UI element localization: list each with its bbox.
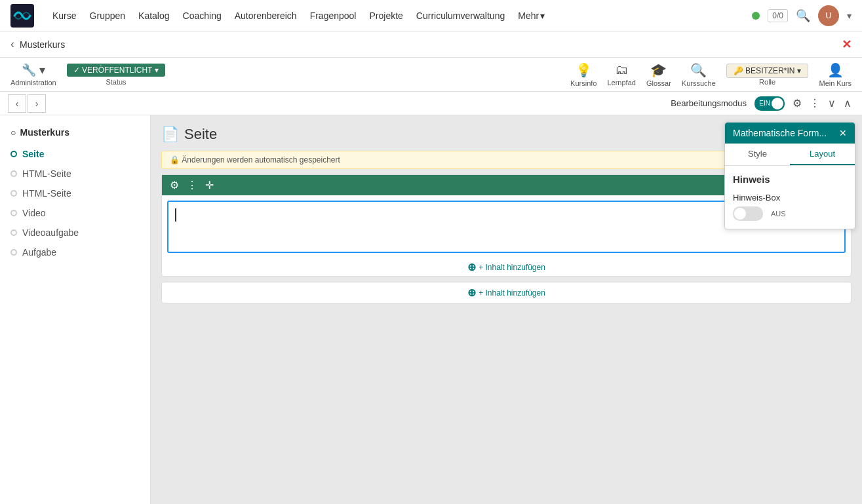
sidebar-item-seite[interactable]: Seite [0, 144, 150, 164]
sidebar-dot [10, 151, 17, 157]
breadcrumb-back[interactable]: ‹ [10, 37, 14, 51]
fp-section-title: Hinweis [733, 174, 847, 185]
search-icon[interactable]: 🔍 [796, 9, 810, 23]
fp-tab-layout[interactable]: Layout [790, 144, 855, 165]
wrench-icon: 🔧 ▾ [22, 63, 45, 77]
nav-curriculumverwaltung[interactable]: Curriculumverwaltung [411, 8, 510, 24]
edit-mode-label: Bearbeitungsmodus [671, 98, 747, 108]
plus-icon-2: ⊕ [467, 286, 476, 299]
course-icon: ○ [10, 127, 16, 138]
administration-label: Administration [10, 79, 56, 87]
nav-coaching[interactable]: Coaching [178, 8, 227, 24]
floating-panel-close[interactable]: ✕ [839, 128, 847, 138]
edit-mode-toggle[interactable]: EIN [754, 96, 785, 111]
hinweis-box-toggle[interactable] [733, 206, 763, 221]
lernpfad-button[interactable]: 🗂 Lernpfad [607, 62, 635, 87]
top-nav-right: 0/0 🔍 U ▾ [752, 5, 852, 26]
toggle-knob-inner [734, 208, 746, 220]
toolbar: 🔧 ▾ Administration ✓ VERÖFFENTLICHT ▾ St… [0, 58, 862, 92]
fp-tab-style[interactable]: Style [725, 144, 790, 165]
sidebar-course-title: ○ Musterkurs [0, 123, 150, 144]
status-dot [752, 12, 760, 20]
nav-prev[interactable]: ‹ [8, 94, 26, 113]
main-layout: ○ Musterkurs Seite HTML-Seite HTML-Seite… [0, 115, 862, 504]
page-title: Seite [184, 126, 217, 143]
user-menu-chevron[interactable]: ▾ [847, 10, 852, 21]
breadcrumb-bar: ‹ Musterkurs ✕ [0, 31, 862, 58]
more-options-btn[interactable]: ⋮ [807, 96, 823, 111]
kurssuche-button[interactable]: 🔍 Kurssuche [682, 62, 716, 87]
add-content-btn-second[interactable]: ⊕ + Inhalt hinzufügen [161, 282, 852, 303]
glossar-button[interactable]: 🎓 Glossar [646, 62, 671, 87]
toggle-knob [772, 98, 783, 109]
block-move-btn[interactable]: ✛ [203, 178, 216, 193]
avatar[interactable]: U [818, 5, 839, 26]
sidebar-item-video[interactable]: Video [0, 203, 150, 223]
settings-icon-btn[interactable]: ⚙ [790, 96, 804, 111]
floating-panel: Mathematische Form... ✕ Style Layout Hin… [724, 122, 855, 229]
mein-kurs-label: Mein Kurs [819, 79, 852, 87]
nav-next[interactable]: › [28, 94, 46, 113]
administration-menu[interactable]: 🔧 ▾ Administration [10, 63, 56, 87]
status-control: ✓ VERÖFFENTLICHT ▾ Status [67, 64, 166, 86]
kursinfo-icon: 💡 [576, 62, 592, 78]
sidebar-item-html2[interactable]: HTML-Seite [0, 184, 150, 203]
sidebar-item-videoaufgabe[interactable]: Videoaufgabe [0, 223, 150, 242]
edit-mode-icons: ⚙ ⋮ ∨ ∧ [790, 96, 854, 111]
role-control: 🔑 BESITZER*IN ▾ Rolle [726, 64, 809, 86]
block-settings-btn[interactable]: ⚙ [167, 178, 182, 193]
nav-autorenbereich[interactable]: Autorenbereich [229, 8, 302, 24]
logo-icon[interactable] [10, 4, 34, 28]
mein-kurs-button[interactable]: 👤 Mein Kurs [819, 62, 852, 87]
sidebar-item-html1[interactable]: HTML-Seite [0, 164, 150, 184]
fp-field-label: Hinweis-Box [733, 193, 847, 203]
breadcrumb-title: Musterkurs [20, 39, 65, 50]
toolbar-right: 🔑 BESITZER*IN ▾ Rolle 👤 Mein Kurs [726, 62, 852, 87]
breadcrumb-close[interactable]: ✕ [842, 37, 852, 52]
sidebar-dot [10, 229, 17, 236]
block-more-btn[interactable]: ⋮ [184, 178, 200, 193]
floating-panel-tabs: Style Layout [725, 144, 855, 166]
expand-btn[interactable]: ∧ [841, 96, 854, 111]
nav-fragenpool[interactable]: Fragenpool [305, 8, 362, 24]
counter-badge: 0/0 [768, 9, 788, 22]
floating-panel-header: Mathematische Form... ✕ [725, 123, 855, 144]
role-badge[interactable]: 🔑 BESITZER*IN ▾ [726, 64, 809, 78]
add-content-btn-bottom[interactable]: ⊕ + Inhalt hinzufügen [162, 258, 851, 276]
plus-icon: ⊕ [467, 261, 476, 273]
kursinfo-label: Kursinfo [570, 79, 597, 87]
mein-kurs-icon: 👤 [827, 62, 844, 78]
toggle-label: AUS [771, 210, 786, 218]
toggle-row: AUS [733, 206, 847, 221]
lernpfad-label: Lernpfad [607, 79, 635, 87]
nav-arrows: ‹ › [8, 94, 46, 113]
sidebar-dot [10, 170, 17, 177]
text-cursor [175, 208, 176, 222]
sidebar: ○ Musterkurs Seite HTML-Seite HTML-Seite… [0, 115, 151, 504]
sidebar-dot [10, 190, 17, 197]
fp-body: Hinweis Hinweis-Box AUS [725, 166, 855, 229]
glossar-label: Glossar [646, 79, 671, 87]
floating-panel-title: Mathematische Form... [733, 128, 827, 138]
nav-katalog[interactable]: Katalog [133, 8, 174, 24]
status-label: Status [106, 78, 126, 86]
edit-mode-bar: ‹ › Bearbeitungsmodus EIN ⚙ ⋮ ∨ ∧ [0, 92, 862, 115]
rolle-label: Rolle [726, 78, 809, 86]
nav-gruppen[interactable]: Gruppen [85, 8, 130, 24]
status-badge[interactable]: ✓ VERÖFFENTLICHT ▾ [67, 64, 166, 77]
top-nav: Kurse Gruppen Katalog Coaching Autorenbe… [0, 0, 862, 31]
page-icon: 📄 [161, 126, 179, 143]
sidebar-dot [10, 210, 17, 216]
nav-mehr[interactable]: Mehr ▾ [513, 8, 550, 24]
nav-projekte[interactable]: Projekte [364, 8, 408, 24]
kurssuche-label: Kurssuche [682, 79, 716, 87]
nav-kurse[interactable]: Kurse [47, 8, 82, 24]
toggle-on-text: EIN [759, 100, 770, 107]
nav-links: Kurse Gruppen Katalog Coaching Autorenbe… [47, 8, 739, 24]
kurssuche-icon: 🔍 [690, 62, 707, 78]
sidebar-item-aufgabe[interactable]: Aufgabe [0, 242, 150, 262]
collapse-btn[interactable]: ∨ [825, 96, 838, 111]
sidebar-dot [10, 249, 17, 256]
kursinfo-button[interactable]: 💡 Kursinfo [570, 62, 597, 87]
glossar-icon: 🎓 [650, 62, 667, 78]
